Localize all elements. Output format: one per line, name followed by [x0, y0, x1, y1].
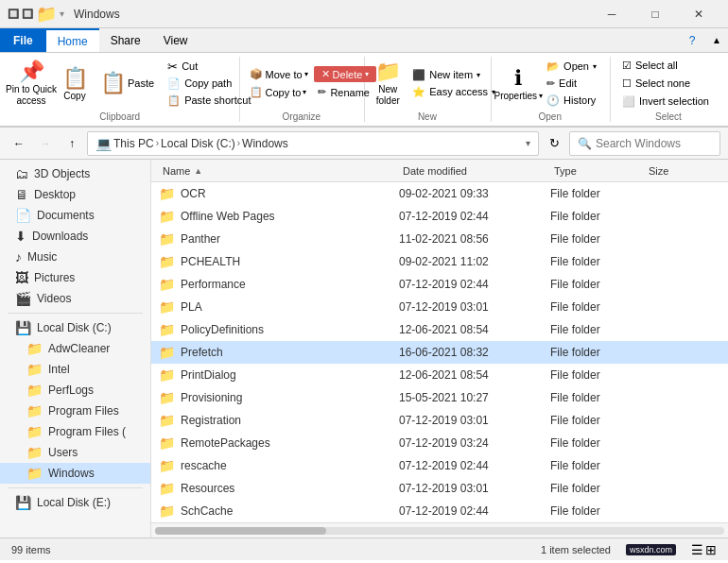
sidebar-item-downloads[interactable]: ⬇ Downloads [0, 226, 150, 247]
select-none-button[interactable]: ☐ Select none [616, 76, 720, 92]
sidebar-divider-1 [8, 313, 143, 314]
tab-share[interactable]: Share [99, 28, 152, 52]
folder-icon: 📁 [159, 413, 175, 428]
col-header-name[interactable]: Name ▲ [159, 165, 399, 177]
path-this-pc[interactable]: This PC [113, 137, 154, 150]
new-item-button[interactable]: ⬛ New item ▾ [407, 67, 501, 83]
copy-button[interactable]: 📋 Copy [57, 57, 93, 110]
horizontal-scrollbar[interactable] [151, 522, 728, 537]
refresh-button[interactable]: ↻ [543, 132, 565, 155]
sidebar-item-music[interactable]: ♪ Music [0, 247, 150, 267]
file-row[interactable]: 📁RemotePackages07-12-2019 03:24File fold… [151, 432, 728, 454]
minimize-button[interactable]: ─ [590, 0, 633, 28]
ribbon-collapse-button[interactable]: ▲ [705, 29, 728, 52]
tab-view[interactable]: View [152, 28, 199, 52]
file-row[interactable]: 📁PrintDialog12-06-2021 08:54File folder [151, 364, 728, 386]
sidebar-item-pictures[interactable]: 🖼 Pictures [0, 267, 150, 288]
main-area: 🗂 3D Objects 🖥 Desktop 📄 Documents ⬇ Dow… [0, 160, 728, 537]
file-row[interactable]: 📁Provisioning15-05-2021 10:27File folder [151, 386, 728, 409]
local-disk-icon: 💾 [15, 320, 31, 335]
path-dropdown-arrow[interactable]: ▾ [526, 138, 530, 148]
col-header-size[interactable]: Size [645, 165, 720, 177]
easy-access-button[interactable]: ⭐ Easy access ▾ [407, 84, 501, 100]
file-row[interactable]: 📁SchCache07-12-2019 02:44File folder [151, 500, 728, 522]
sidebar-item-3d-objects[interactable]: 🗂 3D Objects [0, 163, 150, 184]
folder-icon: 📁 [159, 345, 175, 360]
history-button[interactable]: 🕐 History [541, 93, 602, 109]
users-icon: 📁 [26, 445, 43, 460]
sidebar-item-program-files[interactable]: 📁 Program Files [0, 401, 150, 421]
file-row[interactable]: 📁Offline Web Pages07-12-2019 02:44File f… [151, 205, 728, 228]
window-controls: ─ □ ✕ [590, 0, 720, 28]
file-row[interactable]: 📁PolicyDefinitions12-06-2021 08:54File f… [151, 318, 728, 341]
file-name-cell: 📁Registration [159, 413, 399, 428]
window-title: Windows [74, 8, 120, 21]
file-date-cell: 09-02-2021 09:33 [399, 187, 550, 200]
sidebar-item-perflogs[interactable]: 📁 PerfLogs [0, 380, 150, 401]
rename-button[interactable]: ✏ Rename [312, 84, 375, 100]
delete-button[interactable]: ✕ Delete ▾ [314, 66, 377, 82]
maximize-button[interactable]: □ [633, 0, 677, 28]
copy-path-icon: 📄 [167, 77, 181, 90]
file-name-cell: 📁PolicyDefinitions [159, 322, 399, 337]
pin-to-quick-access-button[interactable]: 📌 Pin to Quick access [8, 57, 55, 110]
history-icon: 🕐 [546, 94, 560, 107]
sidebar-item-documents[interactable]: 📄 Documents [0, 205, 150, 226]
help-button[interactable]: ? [679, 29, 705, 52]
path-windows[interactable]: Windows [242, 137, 288, 150]
file-row[interactable]: 📁PCHEALTH09-02-2021 11:02File folder [151, 250, 728, 273]
folder-icon: 📁 [159, 186, 175, 201]
file-row[interactable]: 📁Performance07-12-2019 02:44File folder [151, 273, 728, 296]
file-row[interactable]: 📁OCR09-02-2021 09:33File folder [151, 182, 728, 205]
tab-file[interactable]: File [0, 28, 46, 52]
file-row[interactable]: 📁Registration07-12-2019 03:01File folder [151, 409, 728, 432]
sidebar-item-users[interactable]: 📁 Users [0, 442, 150, 463]
address-path[interactable]: 💻 This PC › Local Disk (C:) › Windows ▾ [87, 131, 539, 156]
grid-view-button[interactable]: ⊞ [705, 542, 717, 557]
file-type-cell: File folder [550, 459, 645, 472]
sidebar-item-local-disk[interactable]: 💾 Local Disk (C:) [0, 317, 150, 338]
close-button[interactable]: ✕ [677, 0, 720, 28]
file-row[interactable]: 📁Prefetch16-06-2021 08:32File folder [151, 341, 728, 364]
path-local-disk[interactable]: Local Disk (C:) [161, 137, 235, 150]
file-name-cell: 📁Panther [159, 231, 399, 247]
folder-icon: 📁 [159, 299, 175, 315]
file-row[interactable]: 📁rescache07-12-2019 02:44File folder [151, 454, 728, 477]
tab-home[interactable]: Home [46, 28, 99, 52]
copy-to-dropdown-arrow: ▾ [303, 88, 306, 96]
forward-button[interactable]: → [34, 132, 57, 155]
paste-shortcut-button[interactable]: 📋 Paste shortcut [162, 93, 256, 109]
sidebar-item-intel[interactable]: 📁 Intel [0, 359, 150, 380]
file-date-cell: 07-12-2019 03:01 [399, 482, 550, 495]
file-row[interactable]: 📁PLA07-12-2019 03:01File folder [151, 296, 728, 318]
list-view-button[interactable]: ☰ [691, 542, 703, 557]
select-all-button[interactable]: ☑ Select all [616, 58, 720, 74]
sidebar-item-desktop[interactable]: 🖥 Desktop [0, 184, 150, 205]
edit-button[interactable]: ✏ Edit [541, 76, 602, 92]
cut-button[interactable]: ✂ Cut [162, 59, 256, 75]
ribbon: 📌 Pin to Quick access 📋 Copy 📋 Paste ✂ C… [0, 53, 728, 128]
new-folder-button[interactable]: 📁 Newfolder [371, 57, 405, 110]
back-button[interactable]: ← [8, 132, 30, 155]
sidebar-item-local-disk-e[interactable]: 💾 Local Disk (E:) [0, 492, 150, 513]
copy-path-button[interactable]: 📄 Copy path [162, 76, 256, 92]
col-header-type[interactable]: Type [550, 165, 645, 177]
sidebar-item-adwcleaner[interactable]: 📁 AdwCleaner [0, 338, 150, 359]
open-button[interactable]: 📂 Open ▾ [541, 59, 602, 75]
invert-selection-button[interactable]: ⬜ Invert selection [616, 94, 720, 110]
open-label: Open [497, 111, 602, 122]
items-count: 99 items [11, 544, 51, 555]
move-to-button[interactable]: 📦 Move to ▾ [246, 66, 311, 82]
col-header-date[interactable]: Date modified [399, 165, 550, 177]
search-input[interactable] [596, 137, 728, 150]
up-button[interactable]: ↑ [61, 132, 83, 155]
sidebar-item-program-files-x86[interactable]: 📁 Program Files ( [0, 421, 150, 442]
paste-button[interactable]: 📋 Paste [95, 57, 160, 110]
file-row[interactable]: 📁Panther11-02-2021 08:56File folder [151, 228, 728, 250]
file-row[interactable]: 📁Resources07-12-2019 03:01File folder [151, 477, 728, 500]
sidebar-item-videos[interactable]: 🎬 Videos [0, 288, 150, 309]
sidebar-item-windows[interactable]: 📁 Windows [0, 463, 150, 484]
properties-button[interactable]: ℹ Properties ▾ [497, 57, 539, 110]
copy-to-button[interactable]: 📋 Copy to ▾ [246, 84, 310, 100]
search-box[interactable]: 🔍 [569, 131, 720, 156]
